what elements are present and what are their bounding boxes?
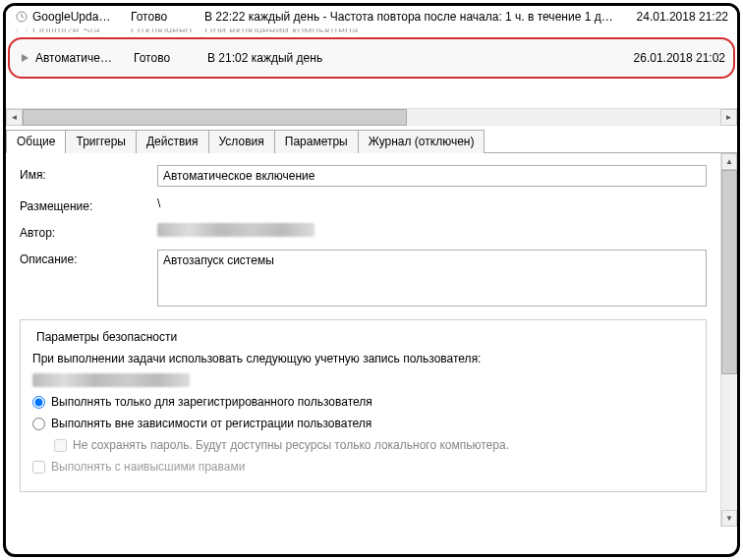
scroll-vthumb[interactable] [721, 170, 737, 374]
description-field[interactable] [157, 250, 707, 307]
task-trigger: В 21:02 каждый день [207, 51, 622, 65]
scroll-track[interactable] [23, 109, 720, 126]
general-panel: Имя: Размещение: \ Автор: Описание: Пара… [6, 153, 720, 527]
horizontal-scrollbar[interactable]: ◄ ► [6, 108, 737, 125]
scroll-down-icon[interactable]: ▼ [721, 510, 737, 527]
vertical-scrollbar[interactable]: ▲ ▼ [720, 153, 737, 527]
tab-history[interactable]: Журнал (отключен) [358, 130, 486, 153]
radio-logged-on-label: Выполнять только для зарегистрированного… [51, 395, 372, 409]
checkbox-highest-priv[interactable] [32, 461, 45, 474]
task-status: Отключено [131, 28, 204, 33]
scroll-right-icon[interactable]: ► [720, 109, 737, 126]
location-label: Размещение: [20, 196, 157, 213]
radio-logged-on[interactable] [32, 396, 45, 409]
task-date: 26.01.2018 21:02 [622, 51, 725, 65]
tab-actions[interactable]: Действия [136, 130, 209, 153]
security-legend: Параметры безопасности [32, 330, 181, 344]
radio-any-user-label: Выполнять вне зависимости от регистрации… [51, 417, 372, 430]
task-row[interactable]: GoogleUpda… Готово В 22:22 каждый день -… [6, 6, 737, 28]
tab-settings[interactable]: Параметры [274, 130, 359, 153]
clock-icon [15, 10, 29, 24]
task-status: Готово [131, 10, 204, 24]
task-trigger: При включении компьютера [204, 28, 625, 33]
description-label: Описание: [20, 250, 157, 266]
tab-bar: Общие Триггеры Действия Условия Параметр… [6, 129, 737, 153]
svg-point-3 [17, 28, 27, 33]
task-row-selected[interactable]: Автоматиче… Готово В 21:02 каждый день 2… [8, 37, 735, 79]
task-name: GoogleUpda… [32, 10, 131, 24]
radio-any-user[interactable] [32, 418, 45, 430]
scroll-left-icon[interactable]: ◄ [6, 109, 23, 126]
clock-icon [15, 28, 29, 33]
window-frame: GoogleUpda… Готово В 22:22 каждый день -… [3, 3, 740, 557]
task-list: GoogleUpda… Готово В 22:22 каждый день -… [6, 6, 737, 79]
tab-general[interactable]: Общие [6, 130, 66, 153]
security-account-label: При выполнении задачи использовать следу… [32, 352, 694, 365]
task-name: Optimize Sta… [32, 28, 131, 33]
tab-conditions[interactable]: Условия [208, 130, 275, 153]
name-label: Имя: [20, 165, 157, 182]
tab-triggers[interactable]: Триггеры [65, 130, 137, 153]
checkbox-no-password-label: Не сохранять пароль. Будут доступны ресу… [73, 438, 509, 452]
author-label: Автор: [20, 223, 157, 240]
task-name: Автоматиче… [35, 51, 134, 65]
task-date: 24.01.2018 21:22 [625, 10, 728, 24]
security-fieldset: Параметры безопасности При выполнении за… [20, 319, 707, 492]
task-row[interactable]: Optimize Sta… Отключено При включении ко… [6, 28, 737, 33]
svg-line-2 [22, 17, 24, 18]
author-value-redacted [157, 223, 314, 237]
scroll-vtrack[interactable] [721, 170, 737, 510]
play-icon [18, 51, 31, 65]
svg-marker-4 [22, 54, 29, 62]
scroll-thumb[interactable] [23, 109, 407, 126]
security-account-redacted [32, 373, 190, 387]
checkbox-no-password [54, 439, 67, 452]
checkbox-highest-priv-label: Выполнять с наивысшими правами [51, 460, 245, 474]
location-value: \ [157, 196, 707, 210]
name-field[interactable] [157, 165, 707, 187]
task-trigger: В 22:22 каждый день - Частота повтора по… [204, 10, 625, 24]
scroll-up-icon[interactable]: ▲ [721, 153, 737, 170]
task-status: Готово [134, 51, 207, 65]
